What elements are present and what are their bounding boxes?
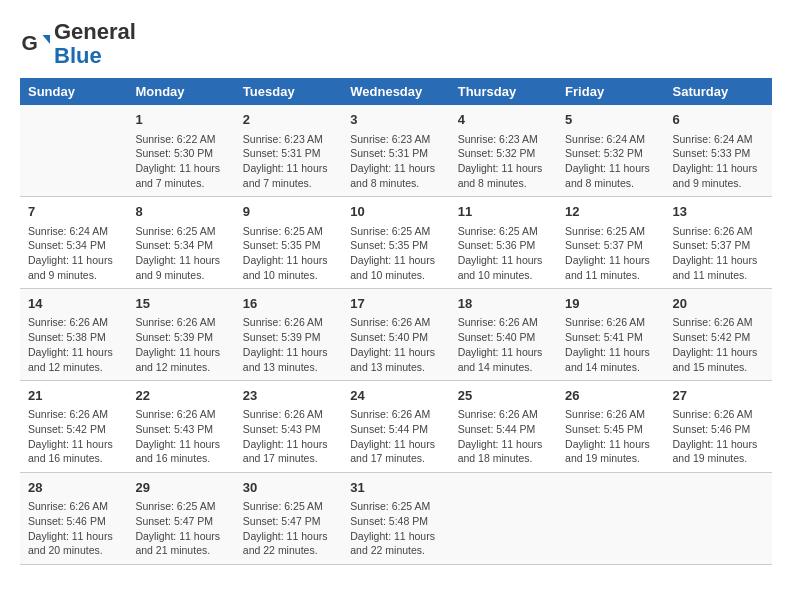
cell-line: Daylight: 11 hours and 12 minutes.: [28, 346, 113, 373]
day-number: 16: [243, 295, 334, 313]
cell-line: Sunrise: 6:24 AM: [565, 133, 645, 145]
cell-line: Sunset: 5:46 PM: [673, 423, 751, 435]
cell-line: Daylight: 11 hours and 18 minutes.: [458, 438, 543, 465]
calendar-header-row: SundayMondayTuesdayWednesdayThursdayFrid…: [20, 78, 772, 105]
calendar-row: 14Sunrise: 6:26 AMSunset: 5:38 PMDayligh…: [20, 289, 772, 381]
cell-line: Sunset: 5:30 PM: [135, 147, 213, 159]
calendar-cell: 22Sunrise: 6:26 AMSunset: 5:43 PMDayligh…: [127, 381, 234, 473]
day-number: 6: [673, 111, 764, 129]
day-number: 10: [350, 203, 441, 221]
cell-line: Sunset: 5:46 PM: [28, 515, 106, 527]
cell-line: Sunset: 5:40 PM: [350, 331, 428, 343]
cell-info: Sunrise: 6:24 AMSunset: 5:34 PMDaylight:…: [28, 224, 119, 283]
day-number: 12: [565, 203, 656, 221]
cell-line: Daylight: 11 hours and 19 minutes.: [673, 438, 758, 465]
column-header-saturday: Saturday: [665, 78, 772, 105]
calendar-row: 7Sunrise: 6:24 AMSunset: 5:34 PMDaylight…: [20, 197, 772, 289]
cell-info: Sunrise: 6:23 AMSunset: 5:31 PMDaylight:…: [350, 132, 441, 191]
cell-line: Sunrise: 6:22 AM: [135, 133, 215, 145]
cell-line: Sunrise: 6:25 AM: [350, 500, 430, 512]
column-header-wednesday: Wednesday: [342, 78, 449, 105]
calendar-cell: 24Sunrise: 6:26 AMSunset: 5:44 PMDayligh…: [342, 381, 449, 473]
cell-line: Sunset: 5:41 PM: [565, 331, 643, 343]
cell-line: Daylight: 11 hours and 21 minutes.: [135, 530, 220, 557]
cell-line: Daylight: 11 hours and 14 minutes.: [565, 346, 650, 373]
cell-line: Daylight: 11 hours and 20 minutes.: [28, 530, 113, 557]
day-number: 22: [135, 387, 226, 405]
cell-info: Sunrise: 6:26 AMSunset: 5:45 PMDaylight:…: [565, 407, 656, 466]
day-number: 8: [135, 203, 226, 221]
calendar-row: 1Sunrise: 6:22 AMSunset: 5:30 PMDaylight…: [20, 105, 772, 196]
cell-line: Daylight: 11 hours and 12 minutes.: [135, 346, 220, 373]
calendar-cell: 30Sunrise: 6:25 AMSunset: 5:47 PMDayligh…: [235, 473, 342, 565]
cell-line: Sunrise: 6:26 AM: [673, 225, 753, 237]
cell-info: Sunrise: 6:26 AMSunset: 5:40 PMDaylight:…: [350, 315, 441, 374]
cell-info: Sunrise: 6:26 AMSunset: 5:46 PMDaylight:…: [673, 407, 764, 466]
day-number: 13: [673, 203, 764, 221]
cell-line: Sunset: 5:42 PM: [673, 331, 751, 343]
calendar-cell: 8Sunrise: 6:25 AMSunset: 5:34 PMDaylight…: [127, 197, 234, 289]
cell-line: Sunset: 5:34 PM: [135, 239, 213, 251]
cell-info: Sunrise: 6:23 AMSunset: 5:32 PMDaylight:…: [458, 132, 549, 191]
cell-line: Sunset: 5:42 PM: [28, 423, 106, 435]
cell-info: Sunrise: 6:23 AMSunset: 5:31 PMDaylight:…: [243, 132, 334, 191]
cell-line: Sunrise: 6:26 AM: [135, 316, 215, 328]
cell-info: Sunrise: 6:25 AMSunset: 5:47 PMDaylight:…: [243, 499, 334, 558]
day-number: 11: [458, 203, 549, 221]
cell-info: Sunrise: 6:25 AMSunset: 5:35 PMDaylight:…: [243, 224, 334, 283]
cell-line: Sunrise: 6:26 AM: [28, 316, 108, 328]
cell-line: Daylight: 11 hours and 13 minutes.: [243, 346, 328, 373]
calendar-cell: 21Sunrise: 6:26 AMSunset: 5:42 PMDayligh…: [20, 381, 127, 473]
cell-line: Sunset: 5:31 PM: [243, 147, 321, 159]
cell-info: Sunrise: 6:26 AMSunset: 5:39 PMDaylight:…: [135, 315, 226, 374]
calendar-cell: 29Sunrise: 6:25 AMSunset: 5:47 PMDayligh…: [127, 473, 234, 565]
column-header-sunday: Sunday: [20, 78, 127, 105]
cell-line: Sunset: 5:33 PM: [673, 147, 751, 159]
calendar-cell: 19Sunrise: 6:26 AMSunset: 5:41 PMDayligh…: [557, 289, 664, 381]
calendar-cell: 23Sunrise: 6:26 AMSunset: 5:43 PMDayligh…: [235, 381, 342, 473]
cell-line: Daylight: 11 hours and 10 minutes.: [243, 254, 328, 281]
cell-line: Sunrise: 6:26 AM: [28, 408, 108, 420]
cell-line: Sunset: 5:44 PM: [350, 423, 428, 435]
cell-line: Sunset: 5:39 PM: [135, 331, 213, 343]
cell-line: Sunset: 5:32 PM: [458, 147, 536, 159]
cell-info: Sunrise: 6:26 AMSunset: 5:38 PMDaylight:…: [28, 315, 119, 374]
calendar-cell: 15Sunrise: 6:26 AMSunset: 5:39 PMDayligh…: [127, 289, 234, 381]
cell-line: Sunrise: 6:25 AM: [135, 225, 215, 237]
day-number: 5: [565, 111, 656, 129]
cell-info: Sunrise: 6:26 AMSunset: 5:40 PMDaylight:…: [458, 315, 549, 374]
cell-line: Daylight: 11 hours and 9 minutes.: [135, 254, 220, 281]
cell-line: Daylight: 11 hours and 7 minutes.: [243, 162, 328, 189]
cell-line: Daylight: 11 hours and 8 minutes.: [350, 162, 435, 189]
cell-info: Sunrise: 6:25 AMSunset: 5:36 PMDaylight:…: [458, 224, 549, 283]
page-header: G GeneralBlue: [20, 20, 772, 68]
cell-line: Sunset: 5:35 PM: [350, 239, 428, 251]
day-number: 4: [458, 111, 549, 129]
calendar-cell: 25Sunrise: 6:26 AMSunset: 5:44 PMDayligh…: [450, 381, 557, 473]
cell-info: Sunrise: 6:26 AMSunset: 5:42 PMDaylight:…: [28, 407, 119, 466]
day-number: 23: [243, 387, 334, 405]
cell-line: Sunset: 5:31 PM: [350, 147, 428, 159]
calendar-cell: 28Sunrise: 6:26 AMSunset: 5:46 PMDayligh…: [20, 473, 127, 565]
cell-line: Daylight: 11 hours and 13 minutes.: [350, 346, 435, 373]
calendar-cell: 17Sunrise: 6:26 AMSunset: 5:40 PMDayligh…: [342, 289, 449, 381]
cell-line: Sunset: 5:34 PM: [28, 239, 106, 251]
cell-line: Sunset: 5:47 PM: [243, 515, 321, 527]
cell-line: Sunrise: 6:25 AM: [243, 500, 323, 512]
calendar-cell: 13Sunrise: 6:26 AMSunset: 5:37 PMDayligh…: [665, 197, 772, 289]
cell-info: Sunrise: 6:25 AMSunset: 5:35 PMDaylight:…: [350, 224, 441, 283]
cell-line: Sunset: 5:43 PM: [135, 423, 213, 435]
cell-line: Daylight: 11 hours and 10 minutes.: [350, 254, 435, 281]
svg-text:G: G: [22, 31, 38, 54]
day-number: 27: [673, 387, 764, 405]
cell-line: Daylight: 11 hours and 19 minutes.: [565, 438, 650, 465]
cell-line: Daylight: 11 hours and 8 minutes.: [458, 162, 543, 189]
day-number: 2: [243, 111, 334, 129]
cell-line: Sunrise: 6:26 AM: [243, 316, 323, 328]
day-number: 1: [135, 111, 226, 129]
cell-info: Sunrise: 6:25 AMSunset: 5:34 PMDaylight:…: [135, 224, 226, 283]
day-number: 15: [135, 295, 226, 313]
column-header-monday: Monday: [127, 78, 234, 105]
day-number: 29: [135, 479, 226, 497]
cell-info: Sunrise: 6:25 AMSunset: 5:47 PMDaylight:…: [135, 499, 226, 558]
